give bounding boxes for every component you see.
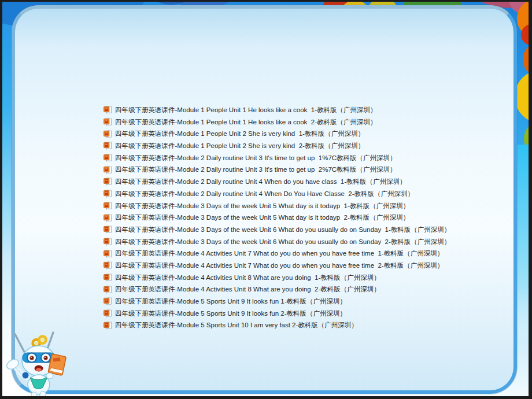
file-item[interactable]: 四年级下册英语课件-Module 2 Daily routine Unit 4 … [104, 176, 485, 188]
file-item[interactable]: 四年级下册英语课件-Module 4 Activities Unit 8 Wha… [104, 283, 485, 295]
file-link-label: 四年级下册英语课件-Module 2 Daily routine Unit 4 … [115, 176, 407, 188]
ppt-file-icon [104, 142, 112, 150]
ppt-file-icon [104, 261, 112, 269]
right-dark-orange-ball [523, 42, 532, 77]
file-item[interactable]: 四年级下册英语课件-Module 5 Sports Unit 9 It look… [104, 308, 485, 320]
ppt-file-icon [104, 130, 112, 138]
file-item[interactable]: 四年级下册英语课件-Module 1 People Unit 1 He look… [104, 104, 485, 116]
file-link-label: 四年级下册英语课件-Module 1 People Unit 2 She is … [115, 140, 364, 152]
file-item[interactable]: 四年级下册英语课件-Module 3 Days of the week Unit… [104, 236, 485, 248]
file-item[interactable]: 四年级下册英语课件-Module 3 Days of the week Unit… [104, 212, 485, 224]
mascot-shoulder-knob [23, 372, 29, 379]
file-item[interactable]: 四年级下册英语课件-Module 3 Days of the week Unit… [104, 200, 485, 212]
ppt-file-icon [104, 166, 112, 174]
file-item[interactable]: 四年级下册英语课件-Module 5 Sports Unit 9 It look… [104, 295, 485, 308]
robot-mascot [6, 331, 82, 398]
ppt-file-icon [104, 250, 112, 258]
right-yellow-ball [515, 70, 532, 123]
file-item[interactable]: 四年级下册英语课件-Module 4 Activities Unit 8 Wha… [104, 272, 485, 284]
file-link-label: 四年级下册英语课件-Module 4 Activities Unit 8 Wha… [115, 272, 380, 284]
ppt-file-icon [104, 178, 112, 186]
file-item[interactable]: 四年级下册英语课件-Module 3 Days of the week Unit… [104, 224, 485, 236]
file-list: 四年级下册英语课件-Module 1 People Unit 1 He look… [104, 104, 485, 331]
file-item[interactable]: 四年级下册英语课件-Module 1 People Unit 2 She is … [104, 140, 485, 152]
slide: 四年级下册英语课件-Module 1 People Unit 1 He look… [0, 0, 532, 399]
ppt-file-icon [104, 309, 112, 317]
ppt-file-icon [104, 226, 112, 234]
ppt-file-icon [104, 297, 112, 305]
file-item[interactable]: 四年级下册英语课件-Module 1 People Unit 2 She is … [104, 128, 485, 140]
file-link-label: 四年级下册英语课件-Module 5 Sports Unit 9 It look… [115, 308, 346, 320]
ppt-file-icon [104, 190, 112, 198]
ppt-file-icon [104, 322, 112, 330]
file-link-label: 四年级下册英语课件-Module 5 Sports Unit 9 It look… [115, 295, 346, 308]
file-link-label: 四年级下册英语课件-Module 3 Days of the week Unit… [115, 200, 409, 212]
file-link-label: 四年级下册英语课件-Module 2 Daily routine Unit 4 … [115, 188, 414, 200]
ppt-file-icon [104, 214, 112, 222]
ppt-file-icon [104, 202, 112, 210]
file-item[interactable]: 四年级下册英语课件-Module 4 Activities Unit 7 Wha… [104, 260, 485, 272]
file-link-label: 四年级下册英语课件-Module 1 People Unit 2 She is … [115, 128, 364, 140]
file-item[interactable]: 四年级下册英语课件-Module 2 Daily routine Unit 4 … [104, 188, 485, 200]
file-link-label: 四年级下册英语课件-Module 4 Activities Unit 7 Wha… [115, 247, 444, 260]
ppt-file-icon [104, 238, 112, 246]
ppt-file-icon [104, 118, 112, 126]
file-item[interactable]: 四年级下册英语课件-Module 2 Daily routine Unit 3 … [104, 152, 485, 164]
file-item[interactable]: 四年级下册英语课件-Module 4 Activities Unit 7 Wha… [104, 247, 485, 260]
ppt-file-icon [104, 106, 112, 114]
file-link-label: 四年级下册英语课件-Module 4 Activities Unit 7 Wha… [115, 260, 444, 272]
file-link-label: 四年级下册英语课件-Module 3 Days of the week Unit… [115, 224, 450, 236]
file-item[interactable]: 四年级下册英语课件-Module 1 People Unit 1 He look… [104, 116, 485, 128]
file-link-label: 四年级下册英语课件-Module 1 People Unit 1 He look… [115, 104, 376, 116]
file-link-label: 四年级下册英语课件-Module 5 Sports Unit 10 I am v… [115, 319, 358, 331]
ppt-file-icon [104, 154, 112, 162]
file-link-label: 四年级下册英语课件-Module 4 Activities Unit 8 Wha… [115, 283, 380, 295]
file-item[interactable]: 四年级下册英语课件-Module 2 Daily routine Unit 3 … [104, 164, 485, 176]
file-link-label: 四年级下册英语课件-Module 2 Daily routine Unit 3 … [115, 164, 397, 176]
file-link-label: 四年级下册英语课件-Module 3 Days of the week Unit… [115, 212, 409, 224]
file-link-label: 四年级下册英语课件-Module 2 Daily routine Unit 3 … [115, 152, 397, 164]
mascot-right-hand [46, 373, 53, 379]
file-item[interactable]: 四年级下册英语课件-Module 5 Sports Unit 10 I am v… [104, 319, 485, 331]
file-link-label: 四年级下册英语课件-Module 1 People Unit 1 He look… [115, 116, 376, 128]
mascot-mouth [35, 365, 43, 372]
ppt-file-icon [104, 286, 112, 294]
file-link-label: 四年级下册英语课件-Module 3 Days of the week Unit… [115, 236, 450, 248]
ppt-file-icon [104, 274, 112, 282]
